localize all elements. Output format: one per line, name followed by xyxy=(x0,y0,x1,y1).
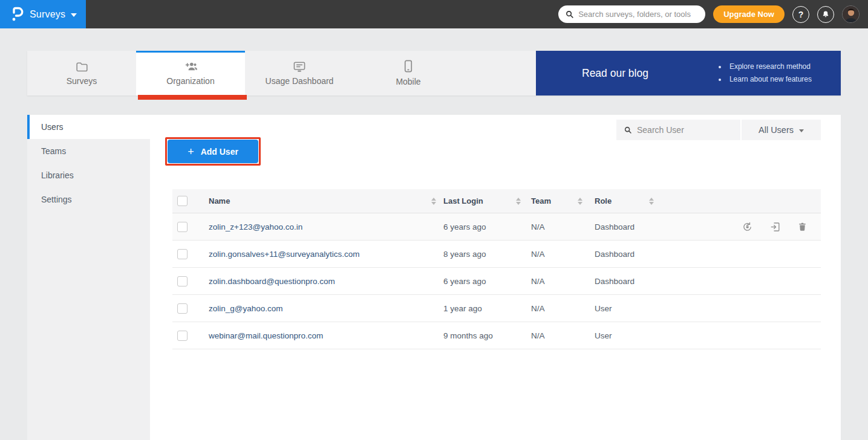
upgrade-button[interactable]: Upgrade Now xyxy=(713,5,785,23)
users-panel: All Users + Add User Name Last Login xyxy=(150,115,841,440)
table-row: zolin.gonsalves+11@surveyanalytics.com 8… xyxy=(172,241,821,268)
organization-panel: Users Teams Libraries Settings All Users… xyxy=(27,115,841,440)
table-row: webinar@mail.questionpro.com 9 months ag… xyxy=(172,322,821,349)
help-button[interactable]: ? xyxy=(792,6,809,23)
organization-sidebar: Users Teams Libraries Settings xyxy=(27,115,150,440)
plus-icon: + xyxy=(188,146,194,157)
add-user-button[interactable]: + Add User xyxy=(168,140,258,163)
chevron-down-icon xyxy=(71,13,77,17)
blog-bullet: Explore research method xyxy=(727,60,812,73)
reset-password-icon[interactable] xyxy=(742,221,753,233)
questionpro-logo-icon xyxy=(10,6,24,22)
sort-last-login-icon[interactable] xyxy=(516,198,521,205)
user-email-link[interactable]: zolin_g@yahoo.com xyxy=(209,304,283,313)
table-row: zolin.dashboard@questionpro.com 6 years … xyxy=(172,268,821,295)
notifications-button[interactable] xyxy=(817,6,834,23)
bell-icon xyxy=(821,10,830,19)
search-user-input[interactable] xyxy=(637,125,728,135)
topbar: Surveys Upgrade Now ? xyxy=(0,0,868,28)
sidebar-item-users[interactable]: Users xyxy=(27,115,150,139)
blog-title: Read our blog xyxy=(582,67,648,80)
annotation-red-box: + Add User xyxy=(165,137,261,166)
row-checkbox[interactable] xyxy=(177,331,188,341)
user-filter-dropdown[interactable]: All Users xyxy=(742,120,821,140)
mobile-icon xyxy=(404,60,413,73)
global-search[interactable] xyxy=(558,5,705,23)
tab-organization[interactable]: Organization xyxy=(136,51,245,95)
product-label: Surveys xyxy=(30,9,65,20)
chevron-down-icon xyxy=(799,129,804,132)
search-icon xyxy=(565,10,574,19)
user-email-link[interactable]: zolin_z+123@yahoo.co.in xyxy=(209,222,302,231)
tab-usage-dashboard[interactable]: Usage Dashboard xyxy=(245,51,354,95)
sort-role-icon[interactable] xyxy=(649,198,654,205)
section-tabs: Surveys Organization xyxy=(27,51,841,95)
sort-name-icon[interactable] xyxy=(431,198,436,205)
blog-banner[interactable]: Read our blog Explore research method Le… xyxy=(536,51,841,95)
table-row: zolin_g@yahoo.com 1 year ago N/A User xyxy=(172,295,821,322)
table-row: zolin_z+123@yahoo.co.in 6 years ago N/A … xyxy=(172,213,821,241)
avatar[interactable] xyxy=(842,5,860,23)
sidebar-item-teams[interactable]: Teams xyxy=(27,139,150,163)
sidebar-item-settings[interactable]: Settings xyxy=(27,187,150,212)
add-users-icon xyxy=(183,61,198,72)
user-email-link[interactable]: zolin.gonsalves+11@surveyanalytics.com xyxy=(209,250,359,259)
dashboard-icon xyxy=(293,61,306,72)
row-checkbox[interactable] xyxy=(177,249,188,259)
annotation-red-underline xyxy=(138,95,247,100)
user-filter-bar: All Users xyxy=(616,120,821,140)
row-checkbox[interactable] xyxy=(177,303,188,314)
blog-bullet: Learn about new features xyxy=(727,73,812,86)
select-all-checkbox[interactable] xyxy=(177,196,188,206)
folder-icon xyxy=(76,61,88,72)
table-header: Name Last Login Team Role xyxy=(172,189,821,213)
row-checkbox[interactable] xyxy=(177,222,188,232)
delete-user-icon[interactable] xyxy=(797,221,808,232)
login-as-user-icon[interactable] xyxy=(769,221,781,233)
search-user-field[interactable] xyxy=(616,120,740,140)
user-email-link[interactable]: webinar@mail.questionpro.com xyxy=(209,331,323,340)
tab-mobile[interactable]: Mobile xyxy=(354,51,463,95)
users-table: Name Last Login Team Role xyxy=(172,189,821,349)
tab-surveys[interactable]: Surveys xyxy=(27,51,136,95)
question-mark-icon: ? xyxy=(798,10,804,19)
search-icon xyxy=(624,126,632,134)
global-search-input[interactable] xyxy=(578,10,693,19)
blog-bullet-list: Explore research method Learn about new … xyxy=(719,60,812,86)
user-email-link[interactable]: zolin.dashboard@questionpro.com xyxy=(209,277,335,286)
product-switcher[interactable]: Surveys xyxy=(0,0,86,28)
sort-team-icon[interactable] xyxy=(578,198,582,205)
sidebar-item-libraries[interactable]: Libraries xyxy=(27,163,150,187)
row-checkbox[interactable] xyxy=(177,276,188,286)
